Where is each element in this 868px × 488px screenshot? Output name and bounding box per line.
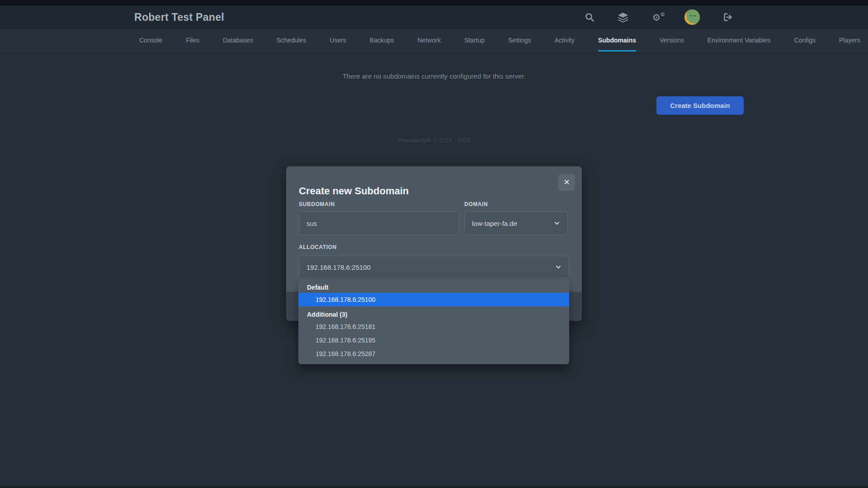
tab-schedules[interactable]: Schedules xyxy=(277,29,306,52)
modal-title: Create new Subdomain xyxy=(299,185,409,197)
domain-select-value: low-taper-fa.de xyxy=(472,220,517,227)
tab-network[interactable]: Network xyxy=(418,29,441,52)
allocation-option[interactable]: 192.168.178.6:25287 xyxy=(298,347,569,361)
allocation-dropdown: Default 192.168.178.6:25100 Additional (… xyxy=(298,279,569,364)
panel-title: Robert Test Panel xyxy=(134,5,224,29)
chevron-down-icon xyxy=(555,264,561,270)
chevron-down-icon xyxy=(554,220,560,226)
allocation-option[interactable]: 192.168.178.6:25100 xyxy=(298,293,569,306)
top-strip xyxy=(0,0,868,5)
tab-backups[interactable]: Backups xyxy=(370,29,394,52)
close-icon[interactable]: ✕ xyxy=(558,174,575,191)
server-nav: Console Files Databases Schedules Users … xyxy=(0,29,868,52)
header-bar: Robert Test Panel ⚙⚙ xyxy=(0,5,868,29)
allocation-label: ALLOCATION xyxy=(299,244,337,250)
allocation-option[interactable]: 192.168.178.6:25181 xyxy=(298,320,569,333)
subdomain-label: SUBDOMAIN xyxy=(299,201,335,207)
sign-out-icon[interactable] xyxy=(722,12,733,23)
subdomain-input[interactable] xyxy=(299,211,459,235)
tab-settings[interactable]: Settings xyxy=(508,29,531,52)
allocation-select-value: 192.168.178.6:25100 xyxy=(307,263,371,271)
tab-databases[interactable]: Databases xyxy=(223,29,253,52)
tab-activity[interactable]: Activity xyxy=(555,29,575,52)
tab-users[interactable]: Users xyxy=(330,29,346,52)
tab-subdomains[interactable]: Subdomains xyxy=(598,29,636,52)
tab-startup[interactable]: Startup xyxy=(464,29,485,52)
tab-files[interactable]: Files xyxy=(186,29,199,52)
search-icon[interactable] xyxy=(584,12,595,23)
header-icon-group: ⚙⚙ xyxy=(584,5,733,29)
allocation-option[interactable]: 192.168.178.6:25195 xyxy=(298,333,569,347)
domain-select[interactable]: low-taper-fa.de xyxy=(464,211,568,235)
copyright-text: Pterodactyl® © 2015 - 2025 xyxy=(0,137,868,144)
dropdown-group-default: Default xyxy=(298,282,569,293)
layers-icon[interactable] xyxy=(618,12,628,23)
tab-console[interactable]: Console xyxy=(139,29,162,52)
user-avatar[interactable] xyxy=(684,9,700,25)
tab-environment-variables[interactable]: Environment Variables xyxy=(708,29,771,52)
create-subdomain-button[interactable]: Create Subdomain xyxy=(656,96,744,115)
bottom-strip xyxy=(0,486,868,488)
domain-label: DOMAIN xyxy=(464,201,488,207)
empty-subdomains-message: There are no subdomains currently config… xyxy=(0,72,868,80)
gears-icon[interactable]: ⚙⚙ xyxy=(651,12,662,23)
allocation-select[interactable]: 192.168.178.6:25100 xyxy=(299,256,569,278)
tab-players[interactable]: Players xyxy=(839,29,860,52)
tab-versions[interactable]: Versions xyxy=(660,29,684,52)
tab-configs[interactable]: Configs xyxy=(794,29,816,52)
dropdown-group-additional: Additional (3) xyxy=(298,309,569,320)
